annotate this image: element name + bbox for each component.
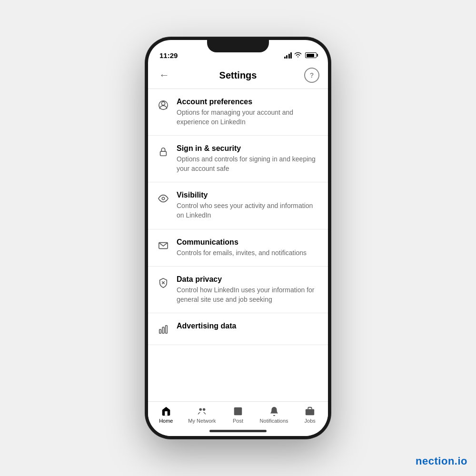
svg-point-10 bbox=[199, 408, 202, 411]
nav-label-post: Post bbox=[233, 418, 243, 424]
svg-point-3 bbox=[162, 198, 165, 200]
setting-desc: Options for managing your account and ex… bbox=[177, 108, 319, 127]
svg-point-11 bbox=[203, 408, 206, 411]
setting-item-data-privacy[interactable]: Data privacy Control how LinkedIn uses y… bbox=[148, 267, 328, 313]
setting-title: Data privacy bbox=[177, 275, 319, 284]
signal-bars-icon bbox=[284, 52, 292, 59]
setting-text-data-privacy: Data privacy Control how LinkedIn uses y… bbox=[177, 275, 319, 304]
wifi-icon bbox=[294, 51, 302, 59]
settings-list: Account preferences Options for managing… bbox=[148, 89, 328, 401]
status-time: 11:29 bbox=[159, 51, 178, 60]
notifications-icon bbox=[268, 406, 280, 417]
app-content: ← Settings ? bbox=[148, 64, 328, 436]
svg-rect-15 bbox=[306, 409, 314, 415]
setting-desc: Control who sees your activity and infor… bbox=[177, 201, 319, 220]
nav-item-jobs[interactable]: Jobs bbox=[296, 406, 324, 424]
back-button[interactable]: ← bbox=[157, 68, 172, 83]
setting-item-advertising-data[interactable]: Advertising data bbox=[148, 313, 328, 345]
setting-desc: Options and controls for signing in and … bbox=[177, 155, 319, 173]
user-circle-icon bbox=[157, 99, 170, 112]
setting-title: Advertising data bbox=[177, 322, 319, 330]
battery-icon bbox=[305, 52, 317, 58]
help-icon: ? bbox=[310, 71, 314, 79]
setting-item-visibility[interactable]: Visibility Control who sees your activit… bbox=[148, 182, 328, 229]
home-indicator bbox=[148, 426, 328, 436]
network-icon bbox=[196, 406, 208, 417]
setting-item-sign-in-security[interactable]: Sign in & security Options and controls … bbox=[148, 136, 328, 182]
nav-label-notifications: Notifications bbox=[260, 418, 288, 424]
bottom-nav: Home My Network bbox=[148, 401, 328, 426]
setting-text-sign-in: Sign in & security Options and controls … bbox=[177, 144, 319, 173]
mail-icon bbox=[157, 239, 170, 252]
setting-text-visibility: Visibility Control who sees your activit… bbox=[177, 191, 319, 220]
setting-desc: Control how LinkedIn uses your informati… bbox=[177, 286, 319, 304]
post-icon bbox=[232, 406, 244, 417]
setting-title: Sign in & security bbox=[177, 144, 319, 153]
nav-label-home: Home bbox=[159, 418, 173, 424]
svg-rect-9 bbox=[166, 326, 168, 334]
setting-title: Account preferences bbox=[177, 98, 319, 106]
back-arrow-icon: ← bbox=[159, 69, 169, 81]
svg-rect-8 bbox=[162, 327, 164, 334]
setting-title: Communications bbox=[177, 238, 319, 247]
nav-label-jobs: Jobs bbox=[305, 418, 316, 424]
nav-label-my-network: My Network bbox=[188, 418, 216, 424]
svg-rect-12 bbox=[234, 407, 242, 416]
eye-icon bbox=[157, 192, 170, 205]
setting-text-communications: Communications Controls for emails, invi… bbox=[177, 238, 319, 258]
nav-item-home[interactable]: Home bbox=[152, 406, 180, 424]
nav-item-my-network[interactable]: My Network bbox=[188, 406, 216, 424]
page-title: Settings bbox=[219, 70, 257, 81]
svg-point-0 bbox=[161, 102, 165, 105]
setting-desc: Controls for emails, invites, and notifi… bbox=[177, 248, 319, 258]
setting-title: Visibility bbox=[177, 191, 319, 199]
jobs-icon bbox=[304, 406, 316, 417]
home-bar bbox=[209, 430, 267, 432]
nection-brand: nection.io bbox=[416, 455, 467, 467]
nav-item-post[interactable]: Post bbox=[224, 406, 252, 424]
setting-text-account-preferences: Account preferences Options for managing… bbox=[177, 98, 319, 127]
status-icons bbox=[284, 51, 317, 59]
setting-text-advertising: Advertising data bbox=[177, 322, 319, 332]
setting-item-account-preferences[interactable]: Account preferences Options for managing… bbox=[148, 89, 328, 136]
lock-icon bbox=[157, 145, 170, 159]
nav-item-notifications[interactable]: Notifications bbox=[260, 406, 288, 424]
shield-icon bbox=[157, 276, 170, 289]
settings-header: ← Settings ? bbox=[148, 64, 328, 89]
svg-rect-2 bbox=[160, 151, 167, 156]
home-icon bbox=[160, 406, 172, 417]
setting-item-communications[interactable]: Communications Controls for emails, invi… bbox=[148, 229, 328, 267]
help-button[interactable]: ? bbox=[304, 68, 319, 83]
svg-rect-7 bbox=[159, 329, 161, 333]
chart-icon bbox=[157, 323, 170, 336]
